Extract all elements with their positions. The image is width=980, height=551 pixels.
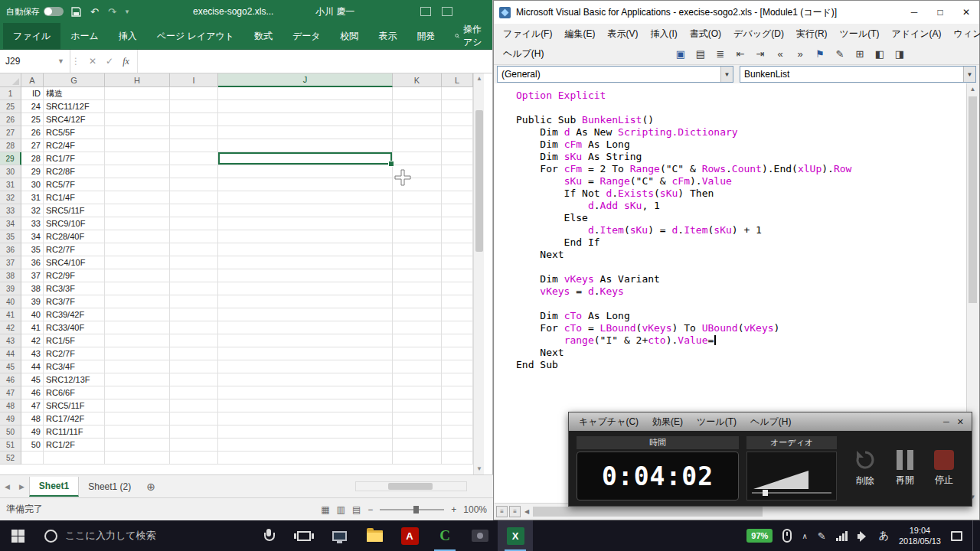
- cell-G1[interactable]: 構造: [44, 87, 105, 100]
- code-line-8[interactable]: sKu = Range("C" & cFm).Value: [516, 175, 966, 187]
- cell-J42[interactable]: [218, 321, 393, 334]
- cell-K32[interactable]: [393, 191, 442, 204]
- sheet-tab-sheet1[interactable]: Sheet1: [29, 477, 79, 497]
- cell-G49[interactable]: RC17/42F: [44, 412, 105, 425]
- cell-A46[interactable]: 45: [21, 373, 44, 386]
- cell-G45[interactable]: RC3/4F: [44, 360, 105, 373]
- audio-slider-knob[interactable]: [763, 490, 768, 496]
- formula-input[interactable]: [138, 50, 492, 73]
- cell-H51[interactable]: [105, 439, 170, 452]
- cell-J49[interactable]: [218, 412, 393, 425]
- cell-K41[interactable]: [393, 308, 442, 321]
- row-header-51[interactable]: 51: [0, 439, 21, 452]
- cell-A35[interactable]: 34: [21, 230, 44, 243]
- cell-K50[interactable]: [393, 425, 442, 439]
- undo-icon[interactable]: ↶: [90, 6, 99, 18]
- cell-K48[interactable]: [393, 399, 442, 412]
- next-bookmark-icon[interactable]: »: [792, 47, 808, 62]
- insert-module-icon[interactable]: ⊞: [852, 47, 867, 62]
- code-line-18[interactable]: [516, 298, 966, 310]
- ribbon-tab-5[interactable]: データ: [283, 23, 331, 49]
- vba-menu-2[interactable]: 表示(V): [601, 25, 644, 43]
- user-name[interactable]: 小川 慶一: [315, 0, 354, 23]
- cell-H26[interactable]: [105, 113, 170, 126]
- cell-A50[interactable]: 49: [21, 425, 44, 439]
- name-box-dropdown-icon[interactable]: ▼: [57, 57, 64, 65]
- cell-L26[interactable]: [442, 113, 473, 126]
- scroll-up-icon[interactable]: ▲: [474, 73, 484, 84]
- cell-I27[interactable]: [170, 126, 218, 139]
- cell-K27[interactable]: [393, 126, 442, 139]
- vba-menu-5[interactable]: デバッグ(D): [727, 25, 790, 43]
- ribbon-display-options-icon[interactable]: [420, 7, 431, 16]
- cell-K35[interactable]: [393, 230, 442, 243]
- cell-G35[interactable]: RC28/40F: [44, 230, 105, 243]
- cell-A25[interactable]: 24: [21, 100, 44, 113]
- cell-I42[interactable]: [170, 321, 218, 334]
- recorder-menu-2[interactable]: ツール(T): [690, 414, 743, 430]
- cell-G36[interactable]: RC2/7F: [44, 243, 105, 256]
- action-center-icon[interactable]: [951, 531, 962, 541]
- horizontal-scrollbar[interactable]: [355, 481, 467, 491]
- recorder-menu-0[interactable]: キャプチャ(C): [572, 414, 645, 430]
- cell-J40[interactable]: [218, 295, 393, 308]
- chevron-up-icon[interactable]: ∧: [802, 532, 807, 540]
- procedure-combo-dropdown-icon[interactable]: ▼: [963, 67, 975, 82]
- cell-H49[interactable]: [105, 412, 170, 425]
- taskbar-explorer[interactable]: [357, 520, 392, 551]
- cell-K45[interactable]: [393, 360, 442, 373]
- row-header-41[interactable]: 41: [0, 308, 21, 321]
- cell-J47[interactable]: [218, 386, 393, 399]
- cell-J44[interactable]: [218, 347, 393, 360]
- cell-G25[interactable]: SRC11/12F: [44, 100, 105, 113]
- cell-G34[interactable]: SRC9/10F: [44, 217, 105, 230]
- code-line-21[interactable]: range("I" & 2+cto).Value=: [516, 334, 966, 347]
- cell-L29[interactable]: [442, 152, 473, 165]
- code-line-11[interactable]: Else: [516, 212, 966, 224]
- row-header-50[interactable]: 50: [0, 425, 21, 439]
- cell-H25[interactable]: [105, 100, 170, 113]
- vba-close-button[interactable]: ✕: [953, 1, 979, 24]
- row-header-43[interactable]: 43: [0, 334, 21, 347]
- cell-H42[interactable]: [105, 321, 170, 334]
- cell-L41[interactable]: [442, 308, 473, 321]
- cell-I37[interactable]: [170, 256, 218, 269]
- row-header-29[interactable]: 29: [0, 152, 21, 165]
- code-line-13[interactable]: End If: [516, 236, 966, 249]
- cell-G47[interactable]: RC6/6F: [44, 386, 105, 399]
- split-handle2-icon[interactable]: ≡: [509, 506, 521, 517]
- code-line-23[interactable]: End Sub: [516, 359, 966, 371]
- page-break-view-icon[interactable]: ▤: [352, 504, 361, 515]
- cell-L43[interactable]: [442, 334, 473, 347]
- code-line-3[interactable]: Public Sub BunkenList(): [516, 114, 966, 126]
- zoom-level[interactable]: 100%: [463, 504, 487, 515]
- cell-G38[interactable]: RC2/9F: [44, 269, 105, 282]
- cell-A1[interactable]: ID: [21, 87, 44, 100]
- ribbon-tab-3[interactable]: ページ レイアウト: [147, 23, 244, 49]
- cell-A52[interactable]: [21, 452, 44, 465]
- cell-I35[interactable]: [170, 230, 218, 243]
- cell-L28[interactable]: [442, 139, 473, 152]
- cell-A30[interactable]: 29: [21, 165, 44, 178]
- cell-J33[interactable]: [218, 204, 393, 217]
- column-header-G[interactable]: G: [44, 73, 105, 87]
- cell-G26[interactable]: SRC4/12F: [44, 113, 105, 126]
- row-header-31[interactable]: 31: [0, 178, 21, 191]
- cell-K30[interactable]: [393, 165, 442, 178]
- code-line-2[interactable]: [516, 102, 966, 114]
- cell-G42[interactable]: RC33/40F: [44, 321, 105, 334]
- vba-menu-7[interactable]: ツール(T): [834, 25, 886, 43]
- cell-L25[interactable]: [442, 100, 473, 113]
- ribbon-tab-2[interactable]: 挿入: [109, 23, 147, 49]
- cell-K25[interactable]: [393, 100, 442, 113]
- cell-J1[interactable]: [218, 87, 393, 100]
- row-header-42[interactable]: 42: [0, 321, 21, 334]
- cell-L51[interactable]: [442, 439, 473, 452]
- tab-scroll-right-icon[interactable]: ▶: [15, 483, 29, 491]
- vba-scroll-up-icon[interactable]: ▲: [967, 83, 978, 95]
- cell-H35[interactable]: [105, 230, 170, 243]
- show-desktop-button[interactable]: [972, 520, 975, 551]
- cell-L38[interactable]: [442, 269, 473, 282]
- cell-H31[interactable]: [105, 178, 170, 191]
- vba-maximize-button[interactable]: □: [927, 1, 953, 24]
